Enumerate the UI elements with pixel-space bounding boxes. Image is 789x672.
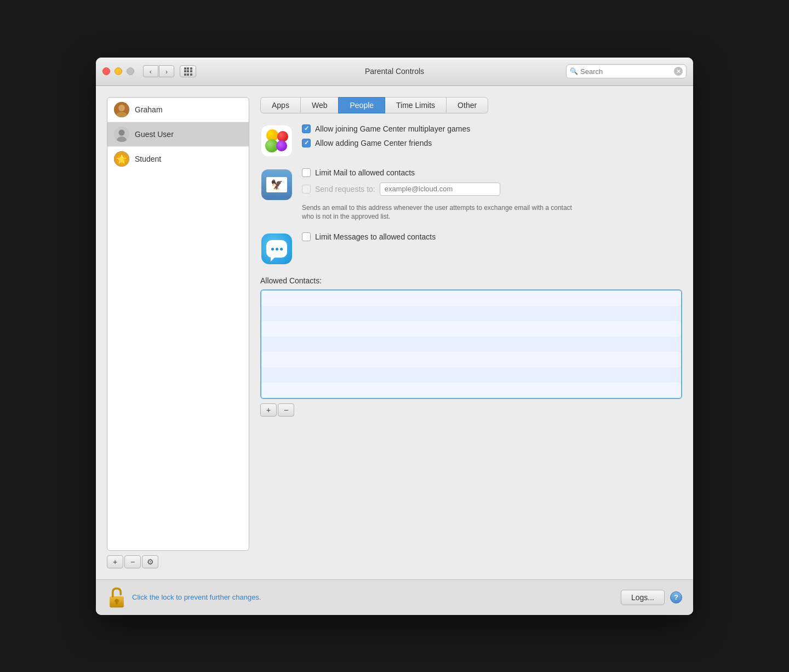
avatar-student: 🌟 — [114, 151, 129, 167]
send-requests-label: Send requests to: — [315, 185, 375, 193]
sidebar-actions: + − ⚙ — [107, 555, 249, 568]
user-name-student: Student — [135, 155, 161, 163]
tab-time-limits[interactable]: Time Limits — [385, 97, 447, 113]
search-input[interactable] — [580, 67, 674, 76]
contacts-stripe-4 — [261, 337, 681, 352]
bottom-bar: Click the lock to prevent further change… — [96, 579, 693, 615]
avatar-graham — [114, 102, 129, 117]
svg-point-4 — [119, 129, 125, 135]
contacts-stripe-2 — [261, 306, 681, 321]
user-list: Graham Guest User — [107, 97, 249, 551]
main-window: ‹ › Parental Controls 🔍 ✕ — [96, 58, 693, 615]
contacts-stripe-5 — [261, 352, 681, 367]
gamecenter-options: Allow joining Game Center multiplayer ga… — [302, 124, 682, 147]
send-requests-checkbox[interactable] — [302, 185, 311, 193]
messages-dot-3 — [280, 248, 283, 250]
lock-icon — [107, 586, 127, 608]
user-settings-button[interactable]: ⚙ — [142, 555, 158, 568]
search-box: 🔍 ✕ — [566, 64, 687, 78]
nav-buttons: ‹ › — [143, 65, 174, 77]
traffic-lights — [102, 67, 134, 75]
svg-point-1 — [118, 105, 125, 111]
messages-dot-2 — [276, 248, 278, 250]
contacts-actions: + − — [260, 403, 682, 417]
user-name-graham: Graham — [135, 105, 163, 114]
user-item-graham[interactable]: Graham — [107, 98, 249, 122]
sidebar: Graham Guest User — [107, 97, 249, 568]
tabs: Apps Web People Time Limits Other — [260, 97, 682, 113]
messages-dots — [271, 248, 283, 250]
email-input[interactable] — [380, 183, 500, 196]
maximize-button[interactable] — [127, 67, 134, 75]
tab-people[interactable]: People — [338, 97, 385, 113]
limit-mail-row: Limit Mail to allowed contacts — [302, 168, 682, 177]
mail-options: Limit Mail to allowed contacts Send requ… — [302, 168, 682, 222]
contacts-stripe-3 — [261, 321, 681, 337]
mail-stamp: 🦅 — [266, 177, 287, 192]
svg-rect-11 — [116, 601, 118, 604]
contacts-stripe-7 — [261, 383, 681, 398]
remove-contact-button[interactable]: − — [278, 403, 294, 417]
mail-help-text: Sends an email to this address whenever … — [302, 203, 576, 222]
messages-bubble — [266, 240, 287, 258]
gamecenter-icon — [260, 124, 293, 157]
forward-button[interactable]: › — [159, 65, 174, 77]
messages-options: Limit Messages to allowed contacts — [302, 232, 682, 241]
allow-multiplayer-label: Allow joining Game Center multiplayer ga… — [315, 124, 470, 133]
lock-button[interactable]: Click the lock to prevent further change… — [107, 586, 261, 608]
allow-friends-label: Allow adding Game Center friends — [315, 139, 432, 147]
settings-area: Allow joining Game Center multiplayer ga… — [260, 124, 682, 417]
grid-view-button[interactable] — [180, 65, 196, 77]
contacts-list[interactable] — [260, 289, 682, 399]
bottom-right: Logs... ? — [621, 590, 682, 605]
search-icon: 🔍 — [570, 67, 578, 75]
main-panel: Apps Web People Time Limits Other — [260, 97, 682, 568]
allowed-contacts-section: Allowed Contacts: + − — [260, 276, 682, 417]
contacts-stripe-1 — [261, 291, 681, 306]
gamecenter-row: Allow joining Game Center multiplayer ga… — [260, 124, 682, 157]
send-requests-row: Send requests to: — [302, 183, 682, 196]
mail-row: 🦅 Limit Mail to allowed contacts Send re… — [260, 168, 682, 222]
minimize-button[interactable] — [115, 67, 122, 75]
allow-friends-row: Allow adding Game Center friends — [302, 139, 682, 147]
user-item-student[interactable]: 🌟 Student — [107, 147, 249, 171]
titlebar: ‹ › Parental Controls 🔍 ✕ — [96, 58, 693, 86]
remove-user-button[interactable]: − — [124, 555, 141, 568]
grid-icon — [184, 67, 192, 76]
gc-ball-purple — [276, 140, 287, 151]
close-button[interactable] — [102, 67, 110, 75]
add-contact-button[interactable]: + — [260, 403, 277, 417]
avatar-guest — [114, 127, 129, 142]
content-area: Graham Guest User — [96, 86, 693, 579]
help-button[interactable]: ? — [670, 591, 682, 603]
logs-button[interactable]: Logs... — [621, 590, 665, 605]
limit-mail-label: Limit Mail to allowed contacts — [315, 168, 415, 177]
back-button[interactable]: ‹ — [143, 65, 158, 77]
tab-apps[interactable]: Apps — [260, 97, 301, 113]
tab-other[interactable]: Other — [446, 97, 488, 113]
allow-multiplayer-row: Allow joining Game Center multiplayer ga… — [302, 124, 682, 133]
limit-messages-row: Limit Messages to allowed contacts — [302, 232, 682, 241]
search-clear-button[interactable]: ✕ — [674, 67, 683, 76]
svg-text:🌟: 🌟 — [116, 154, 127, 164]
messages-dot-1 — [271, 248, 274, 250]
messages-icon — [260, 232, 293, 265]
allow-multiplayer-checkbox[interactable] — [302, 124, 311, 133]
contacts-stripe-6 — [261, 367, 681, 383]
limit-mail-checkbox[interactable] — [302, 168, 311, 177]
limit-messages-label: Limit Messages to allowed contacts — [315, 232, 436, 241]
allow-friends-checkbox[interactable] — [302, 139, 311, 147]
messages-row: Limit Messages to allowed contacts — [260, 232, 682, 265]
lock-text[interactable]: Click the lock to prevent further change… — [132, 593, 261, 601]
user-item-guest[interactable]: Guest User — [107, 122, 249, 147]
limit-messages-checkbox[interactable] — [302, 232, 311, 241]
mail-icon: 🦅 — [260, 168, 293, 201]
user-name-guest: Guest User — [135, 130, 174, 139]
add-user-button[interactable]: + — [107, 555, 123, 568]
window-title: Parental Controls — [365, 67, 424, 76]
tab-web[interactable]: Web — [300, 97, 339, 113]
allowed-contacts-label: Allowed Contacts: — [260, 276, 682, 285]
